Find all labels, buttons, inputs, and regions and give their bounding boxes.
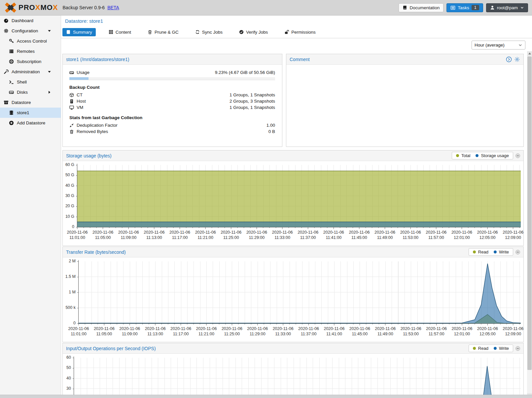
- time-range-select[interactable]: Hour (average): [472, 41, 525, 50]
- storage-usage-chart-panel: Storage usage (bytes) TotalStorage usage…: [62, 150, 524, 246]
- scrollbar-up-button[interactable]: [527, 51, 532, 56]
- chart-title: Storage usage (bytes): [66, 153, 112, 158]
- y-axis-tick-label: 30: [63, 386, 71, 391]
- stat-row-deduplication-factor: Deduplication Factor1.00: [69, 122, 275, 128]
- tab-verify-jobs[interactable]: Verify Jobs: [235, 28, 271, 36]
- legend-dot: [473, 250, 476, 253]
- sidebar-item-label: Dashboard: [12, 18, 33, 23]
- caret-down-icon[interactable]: [47, 28, 52, 33]
- remotes-icon: [9, 49, 14, 54]
- legend-label: Total: [461, 153, 470, 158]
- legend-item-read[interactable]: Read: [473, 249, 488, 254]
- sidebar-item-disks[interactable]: Disks: [0, 87, 61, 97]
- sidebar-item-shell[interactable]: Shell: [0, 77, 61, 87]
- tab-label: Content: [116, 30, 131, 35]
- legend-dot: [476, 154, 479, 157]
- legend-item-read[interactable]: Read: [473, 346, 488, 351]
- sidebar-item-label: Configuration: [12, 28, 38, 33]
- legend-item-storage-usage[interactable]: Storage usage: [476, 153, 509, 158]
- stat-value: 1 Groups, 1 Snapshots: [230, 105, 275, 110]
- host-icon: [69, 99, 74, 104]
- archive-icon: [4, 100, 9, 105]
- chart-legend: TotalStorage usage: [452, 152, 513, 159]
- caret-right-icon[interactable]: [47, 90, 52, 95]
- unlock-icon: [284, 30, 289, 34]
- sidebar-item-store1[interactable]: store1: [0, 108, 61, 118]
- tab-label: Summary: [73, 30, 92, 35]
- y-axis-tick-label: 500 k: [63, 305, 76, 310]
- chart-canvas: [63, 354, 523, 398]
- wordmark-part: X: [53, 3, 58, 12]
- documentation-button[interactable]: Documentation: [399, 3, 443, 12]
- legend-dot: [473, 347, 476, 350]
- tab-sync-jobs[interactable]: Sync Jobs: [192, 28, 226, 36]
- y-axis-tick-label: 1 M: [63, 290, 76, 294]
- y-axis-tick-label: 10 G: [63, 214, 74, 219]
- gears-icon: [4, 28, 9, 33]
- gear-icon[interactable]: [514, 56, 520, 62]
- top-bar: PROXMOX Backup Server 0.9-6 BETA Documen…: [0, 0, 532, 16]
- sidebar-item-administration[interactable]: Administration: [0, 67, 61, 77]
- hdd-icon: [9, 90, 14, 95]
- legend-item-write[interactable]: Write: [494, 249, 509, 254]
- sidebar-item-configuration[interactable]: Configuration: [0, 26, 61, 36]
- stat-row-ct: CT1 Groups, 1 Snapshots: [69, 92, 275, 98]
- tasks-label: Tasks: [458, 5, 469, 10]
- expand-circle-icon[interactable]: [506, 56, 512, 62]
- check-circle-icon: [239, 30, 244, 34]
- x-axis-tick-label: 2020-11-0612:09:00: [498, 326, 523, 337]
- beta-link[interactable]: BETA: [107, 5, 119, 10]
- plus-circle-icon: [9, 120, 14, 125]
- sidebar-item-subscription[interactable]: Subscription: [0, 56, 61, 67]
- tasks-button[interactable]: Tasks 1: [446, 3, 483, 12]
- tasks-list-icon: [450, 5, 455, 10]
- sidebar-item-datastore[interactable]: Datastore: [0, 97, 61, 108]
- comment-body[interactable]: [286, 65, 523, 147]
- tab-permissions[interactable]: Permissions: [281, 28, 319, 36]
- sidebar-item-label: Disks: [17, 90, 28, 95]
- datastore-panel-title: store1 (/mnt/datastores/store1): [66, 57, 129, 62]
- caret-down-icon[interactable]: [47, 69, 52, 74]
- compress-icon: [69, 123, 74, 128]
- sidebar-item-remotes[interactable]: Remotes: [0, 46, 61, 56]
- gauge-icon: [4, 18, 9, 23]
- stat-label: CT: [77, 92, 83, 97]
- tab-prune-gc[interactable]: Prune & GC: [144, 28, 182, 36]
- wrench-icon: [4, 69, 9, 74]
- tab-label: Prune & GC: [155, 30, 179, 35]
- time-range-value: Hour (average): [475, 43, 505, 48]
- tab-content[interactable]: Content: [105, 28, 135, 36]
- vertical-scrollbar[interactable]: [527, 51, 532, 398]
- y-axis-tick-label: 20 G: [63, 204, 74, 208]
- collapse-tool[interactable]: [515, 346, 520, 351]
- collapse-tool[interactable]: [515, 153, 520, 158]
- legend-item-total[interactable]: Total: [456, 153, 470, 158]
- legend-label: Storage usage: [481, 153, 509, 158]
- stat-row-host: Host2 Groups, 3 Snapshots: [69, 98, 275, 104]
- tab-summary[interactable]: Summary: [62, 28, 96, 36]
- chevron-down-icon: [518, 43, 522, 47]
- book-icon: [403, 5, 407, 10]
- sidebar-item-label: Remotes: [17, 49, 35, 54]
- usage-progress-fill: [69, 77, 89, 80]
- legend-item-write[interactable]: Write: [494, 346, 509, 351]
- sidebar-item-dashboard[interactable]: Dashboard: [0, 16, 61, 26]
- datastore-summary-panel: store1 (/mnt/datastores/store1) Usage 9.…: [62, 54, 282, 147]
- sidebar-item-add-datastore[interactable]: Add Datastore: [0, 118, 61, 128]
- vm-icon: [69, 105, 74, 110]
- y-axis-tick-label: 0: [63, 224, 74, 229]
- user-menu-button[interactable]: root@pam: [486, 3, 528, 12]
- sidebar-item-label: Access Control: [17, 39, 47, 44]
- main-content: Datastore: store1 SummaryContentPrune & …: [61, 16, 532, 398]
- sidebar-item-access-control[interactable]: Access Control: [0, 36, 61, 46]
- tasks-count-badge: 1: [472, 5, 479, 10]
- key-icon: [9, 39, 14, 44]
- sidebar-item-label: Datastore: [12, 100, 31, 105]
- tab-label: Permissions: [291, 30, 316, 35]
- legend-dot: [494, 250, 497, 253]
- scrollbar-thumb[interactable]: [527, 56, 532, 370]
- chart-title: Transfer Rate (bytes/second): [66, 249, 126, 255]
- y-axis-tick-label: 2 M: [63, 259, 76, 263]
- collapse-tool[interactable]: [515, 250, 520, 254]
- y-axis-tick-label: 60: [63, 355, 71, 360]
